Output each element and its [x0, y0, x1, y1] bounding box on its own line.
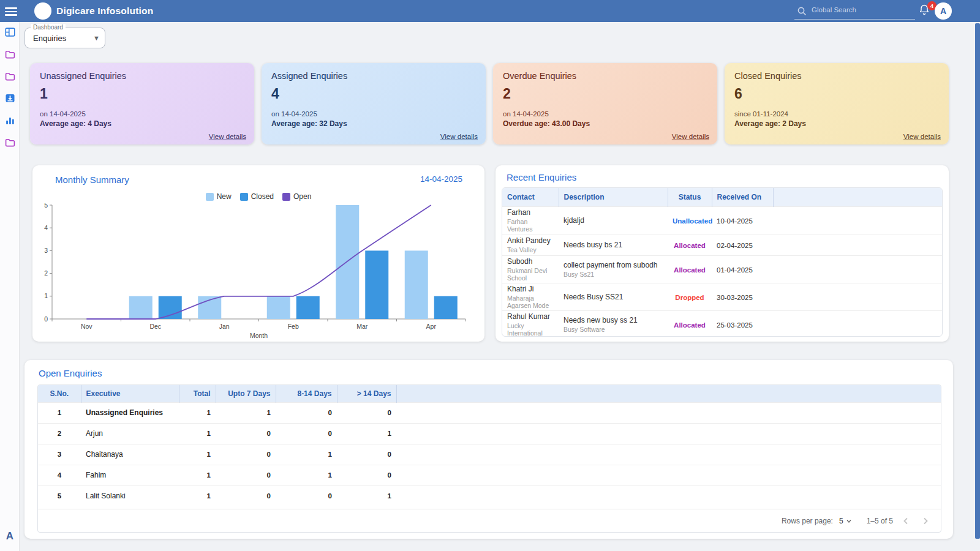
- table-row[interactable]: 1 Unassigned Enquiries 1 1 0 0: [38, 402, 941, 423]
- executive-name: Chaitanaya: [81, 444, 179, 465]
- column-header[interactable]: Executive: [81, 385, 179, 402]
- received-date: 02-04-2025: [717, 242, 753, 249]
- view-details-link[interactable]: View details: [903, 133, 941, 140]
- column-header[interactable]: 8-14 Days: [276, 385, 337, 402]
- column-header[interactable]: Upto 7 Days: [216, 385, 276, 402]
- monthly-summary-chart: 012345NovDecJanFebMarAprMonth: [32, 203, 484, 341]
- stat-card-value: 1: [40, 86, 244, 102]
- dashboard-select-value: Enquiries: [33, 34, 66, 43]
- table-row[interactable]: 3 Chaitanaya 1 0 1 0: [38, 444, 941, 465]
- svg-text:0: 0: [44, 315, 48, 323]
- recent-enquiries-grid: ContactDescriptionStatusReceived On Farh…: [502, 187, 943, 337]
- received-date: 10-04-2025: [717, 217, 753, 225]
- 8-14-days-count: 0: [276, 485, 337, 506]
- sidebar-item-dashboard[interactable]: [0, 22, 20, 44]
- sidebar-bottom-logo: A: [0, 530, 20, 542]
- monthly-summary-panel: Monthly Summary 14-04-2025 NewClosedOpen…: [32, 165, 484, 342]
- main-content: Dashboard Enquiries ▼ Unassigned Enquiri…: [20, 22, 980, 551]
- enquiry-description: collect payment from subodh: [564, 261, 663, 269]
- table-row[interactable]: Subodh Rukmani Devi School collect payme…: [502, 255, 942, 283]
- column-header[interactable]: Total: [179, 385, 216, 402]
- open-enquiries-pagination: Rows per page: 5 1–5 of 5: [38, 509, 941, 532]
- sidebar-item-folder[interactable]: [0, 66, 20, 88]
- enquiry-description-sub: Busy Software: [564, 326, 663, 333]
- stat-card-age: Average age: 4 Days: [40, 119, 244, 128]
- table-row[interactable]: Rahul Kumar Lucky International Needs ne…: [502, 310, 942, 337]
- column-header[interactable]: Contact: [502, 188, 559, 206]
- received-date: 01-04-2025: [717, 266, 753, 274]
- stat-card-title: Overdue Enquiries: [503, 71, 707, 81]
- stat-card-value: 2: [503, 86, 707, 102]
- view-details-link[interactable]: View details: [209, 133, 246, 140]
- status-badge: Allocated: [674, 321, 706, 329]
- stat-card-date: on 14-04-2025: [271, 110, 476, 118]
- table-row[interactable]: Khatri Ji Maharaja Agarsen Mode Needs Bu…: [502, 283, 942, 310]
- open-enquiries-panel: Open Enquiries S.No.ExecutiveTotalUpto 7…: [24, 360, 953, 539]
- total-count: 1: [179, 465, 216, 485]
- total-count: 1: [179, 402, 216, 423]
- contact-name: Subodh: [507, 257, 554, 266]
- stat-card-value: 6: [734, 86, 939, 102]
- table-row[interactable]: 5 Lalit Solanki 1 0 0 1: [38, 485, 941, 506]
- svg-text:Dec: Dec: [149, 323, 161, 330]
- stat-card-date: since 01-11-2024: [734, 110, 939, 118]
- upto-7-days-count: 0: [216, 423, 276, 444]
- serial-number: 4: [38, 465, 81, 485]
- stat-cards-row: Unassigned Enquiries 1 on 14-04-2025 Ave…: [30, 63, 949, 144]
- contact-company: Lucky International: [507, 322, 554, 337]
- status-badge: Allocated: [674, 266, 706, 274]
- total-count: 1: [179, 423, 216, 444]
- stat-card: Closed Enquiries 6 since 01-11-2024 Aver…: [725, 63, 949, 144]
- stat-card-title: Unassigned Enquiries: [40, 71, 244, 81]
- sidebar: A: [0, 22, 20, 551]
- svg-text:2: 2: [44, 269, 48, 277]
- column-header[interactable]: Received On: [712, 188, 773, 206]
- upto-7-days-count: 0: [216, 485, 276, 506]
- page-scrollbar[interactable]: [975, 23, 980, 539]
- sidebar-item-bar-chart[interactable]: [0, 110, 20, 132]
- legend-swatch: [206, 193, 214, 201]
- sidebar-item-inbox[interactable]: [0, 88, 20, 110]
- dashboard-select[interactable]: Dashboard Enquiries ▼: [24, 28, 105, 48]
- enquiry-description-sub: Busy Ss21: [564, 271, 663, 278]
- contact-name: Farhan: [507, 208, 554, 217]
- table-row[interactable]: Ankit Pandey Tea Valley Needs busy bs 21…: [502, 234, 942, 255]
- contact-company: Tea Valley: [507, 246, 554, 253]
- app-title: Digicare Infosolution: [56, 6, 153, 17]
- monthly-summary-title: Monthly Summary: [55, 174, 129, 185]
- sidebar-item-folder[interactable]: [0, 44, 20, 66]
- notifications-button[interactable]: 4: [918, 4, 934, 20]
- view-details-link[interactable]: View details: [672, 133, 709, 140]
- column-header[interactable]: S.No.: [38, 385, 81, 402]
- search-input[interactable]: [812, 6, 910, 13]
- table-row[interactable]: Farhan Farhan Ventures kjdaljd Unallocat…: [502, 206, 942, 234]
- contact-company: Maharaja Agarsen Mode: [507, 294, 554, 309]
- sidebar-item-folder[interactable]: [0, 132, 20, 154]
- user-avatar[interactable]: A: [935, 2, 952, 20]
- global-search[interactable]: [794, 4, 915, 20]
- legend-item-open: Open: [282, 192, 311, 201]
- previous-page-button[interactable]: [899, 514, 913, 528]
- rows-per-page-select[interactable]: 5: [839, 517, 852, 525]
- 8-14-days-count: 0: [276, 402, 337, 423]
- column-header[interactable]: Description: [559, 188, 668, 206]
- enquiry-description: Needs new busy ss 21: [564, 316, 663, 324]
- chevron-down-icon: ▼: [93, 34, 100, 42]
- gt-14-days-count: 0: [337, 465, 396, 485]
- serial-number: 3: [38, 444, 81, 465]
- contact-company: Farhan Ventures: [507, 218, 554, 233]
- rows-per-page-value: 5: [839, 517, 843, 525]
- upto-7-days-count: 0: [216, 444, 276, 465]
- table-row[interactable]: 4 Fahim 1 0 1 0: [38, 465, 941, 485]
- view-details-link[interactable]: View details: [440, 133, 478, 140]
- hamburger-menu-icon[interactable]: [5, 6, 17, 17]
- column-header[interactable]: > 14 Days: [337, 385, 396, 402]
- contact-name: Rahul Kumar: [507, 312, 554, 321]
- 8-14-days-count: 1: [276, 465, 337, 485]
- search-icon: [797, 6, 807, 17]
- table-row[interactable]: 2 Arjun 1 0 0 1: [38, 423, 941, 444]
- monthly-summary-chart-area: 012345NovDecJanFebMarAprMonth: [32, 203, 484, 343]
- column-header[interactable]: Status: [668, 188, 712, 206]
- stat-card-date: on 14-04-2025: [503, 110, 707, 118]
- next-page-button[interactable]: [919, 514, 932, 528]
